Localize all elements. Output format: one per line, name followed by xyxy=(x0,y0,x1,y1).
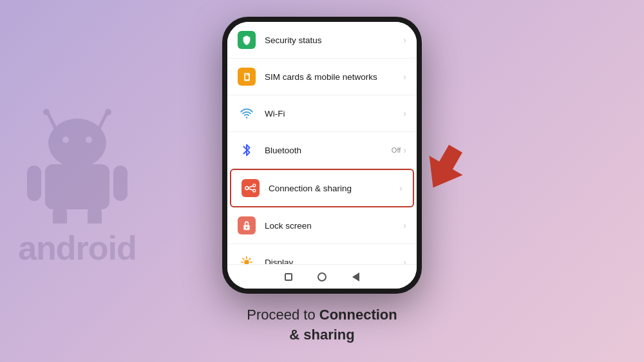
display-icon xyxy=(238,253,256,264)
bluetooth-status: Off xyxy=(392,146,401,154)
svg-rect-7 xyxy=(45,164,109,209)
svg-rect-10 xyxy=(53,205,67,224)
wifi-icon xyxy=(238,104,256,122)
android-robot-svg xyxy=(13,95,142,224)
display-label: Display xyxy=(265,258,403,265)
settings-list: Security status › SIM cards & mobile net… xyxy=(227,22,417,264)
svg-rect-11 xyxy=(88,205,102,224)
phone-wrapper: Security status › SIM cards & mobile net… xyxy=(222,17,422,345)
svg-point-18 xyxy=(253,189,256,192)
settings-item-wifi[interactable]: Wi-Fi › xyxy=(227,95,417,132)
bluetooth-chevron: › xyxy=(403,145,406,155)
svg-point-17 xyxy=(253,184,256,187)
security-status-label: Security status xyxy=(265,35,403,45)
caption-text: Proceed to Connection& sharing xyxy=(247,305,397,345)
nav-home-button[interactable] xyxy=(317,272,327,282)
svg-rect-13 xyxy=(245,75,249,79)
android-text-label: android xyxy=(18,229,137,267)
svg-point-16 xyxy=(245,187,249,190)
svg-point-23 xyxy=(244,260,249,264)
svg-line-30 xyxy=(249,258,251,260)
bluetooth-label: Bluetooth xyxy=(265,146,392,155)
nav-back-button[interactable] xyxy=(350,272,361,282)
svg-marker-32 xyxy=(417,142,473,194)
svg-point-2 xyxy=(43,109,50,115)
svg-point-15 xyxy=(246,117,247,118)
connection-sharing-chevron: › xyxy=(399,183,402,193)
security-status-icon xyxy=(238,31,256,49)
connection-sharing-label: Connection & sharing xyxy=(269,184,399,193)
svg-point-4 xyxy=(48,119,106,167)
svg-rect-9 xyxy=(113,166,128,201)
svg-point-5 xyxy=(62,137,69,143)
svg-point-6 xyxy=(86,137,92,143)
nav-recents-button[interactable] xyxy=(283,272,294,282)
bluetooth-icon xyxy=(238,141,256,159)
caption-normal-text: Proceed to xyxy=(247,307,319,323)
settings-item-connection-sharing[interactable]: Connection & sharing › xyxy=(230,169,414,207)
settings-item-bluetooth[interactable]: Bluetooth Off › xyxy=(227,132,417,169)
sim-cards-label: SIM cards & mobile networks xyxy=(265,72,403,82)
lock-screen-chevron: › xyxy=(403,220,406,231)
settings-item-display[interactable]: Display › xyxy=(227,244,417,264)
settings-item-lock-screen[interactable]: Lock screen › xyxy=(227,207,417,244)
svg-point-3 xyxy=(105,109,111,115)
sim-cards-icon xyxy=(238,68,256,86)
security-status-chevron: › xyxy=(403,35,406,45)
svg-line-19 xyxy=(249,186,253,187)
svg-rect-8 xyxy=(27,166,41,201)
android-background-logo: android xyxy=(13,95,142,267)
lock-screen-icon xyxy=(238,216,256,234)
phone-navigation-bar xyxy=(227,264,417,289)
svg-point-22 xyxy=(246,227,247,228)
sim-cards-chevron: › xyxy=(403,71,406,82)
phone-device: Security status › SIM cards & mobile net… xyxy=(222,17,422,294)
lock-screen-label: Lock screen xyxy=(265,221,403,231)
wifi-chevron: › xyxy=(403,108,406,119)
red-arrow-indicator xyxy=(415,142,473,196)
display-chevron: › xyxy=(403,257,406,264)
svg-line-28 xyxy=(243,258,244,260)
wifi-label: Wi-Fi xyxy=(265,109,403,119)
connection-sharing-icon xyxy=(242,179,260,197)
svg-rect-14 xyxy=(245,74,247,75)
settings-item-security-status[interactable]: Security status › xyxy=(227,22,417,59)
phone-screen: Security status › SIM cards & mobile net… xyxy=(227,22,417,289)
settings-item-sim-cards[interactable]: SIM cards & mobile networks › xyxy=(227,59,417,95)
svg-line-20 xyxy=(249,189,253,190)
